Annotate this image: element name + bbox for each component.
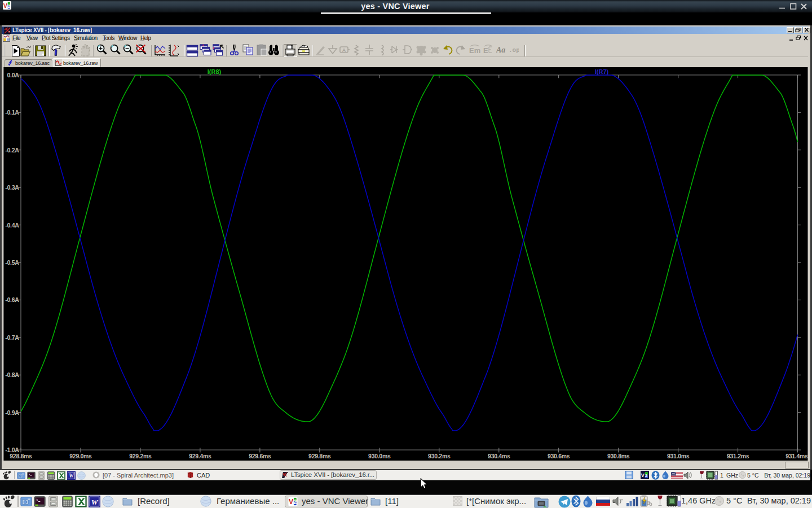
svg-text:931.0ms: 931.0ms [667,453,690,459]
svg-text:931.2ms: 931.2ms [727,453,749,459]
svg-text:W: W [91,498,99,506]
svg-text:E: E [483,46,488,55]
svg-text:930.6ms: 930.6ms [548,453,570,459]
svg-text:W: W [69,473,74,479]
svg-text:931.4ms: 931.4ms [785,453,807,459]
svg-text:930.2ms: 930.2ms [428,453,451,459]
svg-text:-0.4A: -0.4A [5,221,19,228]
svg-text:930.0ms: 930.0ms [368,453,391,459]
svg-text:-0.6A: -0.6A [5,296,19,303]
svg-text:929.0ms: 929.0ms [69,453,92,459]
svg-text:Aa: Aa [496,46,505,54]
svg-text:-0.3A: -0.3A [5,184,19,191]
svg-text:I(R7): I(R7) [595,68,609,75]
svg-text:.op: .op [509,47,519,54]
svg-text:-0.7A: -0.7A [5,334,19,340]
svg-text:-0.2A: -0.2A [5,146,19,153]
svg-text:A: A [342,47,346,53]
svg-text:0.0A: 0.0A [7,71,20,78]
svg-text:2: 2 [293,499,297,505]
svg-text:929.6ms: 929.6ms [249,453,271,459]
svg-text:929.2ms: 929.2ms [129,453,152,459]
svg-text:2: 2 [645,473,647,478]
svg-text:929.8ms: 929.8ms [308,453,331,459]
svg-text:Em: Em [469,46,480,55]
svg-text:929.4ms: 929.4ms [189,453,211,459]
svg-text:-0.5A: -0.5A [5,259,19,266]
svg-text:-0.9A: -0.9A [5,409,19,415]
svg-text:-0.1A: -0.1A [5,109,19,116]
svg-text:928.8ms: 928.8ms [10,453,32,459]
svg-text:I(R8): I(R8) [208,68,222,75]
svg-text:930.4ms: 930.4ms [488,453,510,459]
svg-text:930.8ms: 930.8ms [607,453,630,459]
svg-text:V: V [641,472,645,478]
svg-text:-0.8A: -0.8A [5,371,19,378]
